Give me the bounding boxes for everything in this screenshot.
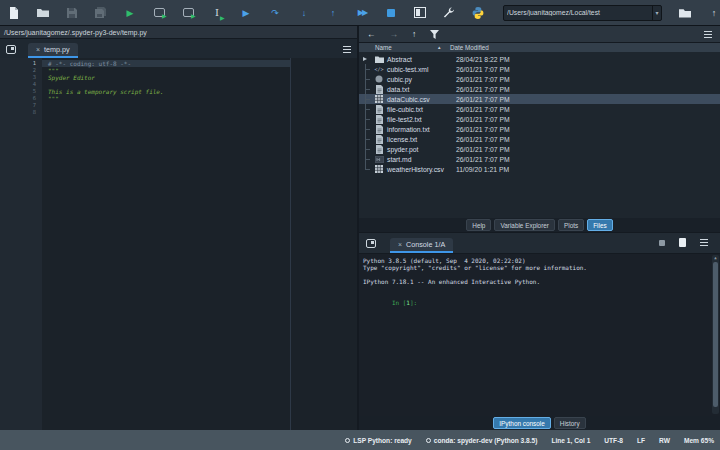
file-row[interactable]: information.txt26/01/21 7:07 PM	[359, 124, 720, 134]
memory-status: Mem 65%	[684, 437, 714, 444]
close-tab-icon[interactable]: ×	[36, 46, 40, 53]
file-row[interactable]: weatherHistory.csv11/09/20 1:21 PM	[359, 164, 720, 174]
editor-line[interactable]: 5This is a temporary script file.	[0, 88, 357, 95]
run-file-icon[interactable]: ▶	[124, 6, 136, 19]
file-row[interactable]: cubic.py26/01/21 7:07 PM	[359, 74, 720, 84]
back-icon[interactable]: ←	[367, 29, 376, 39]
editor-breadcrumb: /Users/juanitagomez/.spyder-py3-dev/temp…	[0, 26, 357, 39]
save-icon[interactable]	[66, 6, 78, 19]
editor-line[interactable]: 8	[0, 109, 357, 116]
console-banner: Python 3.8.5 (default, Sep 4 2020, 02:22…	[363, 257, 720, 292]
tab-plots[interactable]: Plots	[558, 219, 584, 231]
conda-env-status[interactable]: conda: spyder-dev (Python 3.8.5)	[426, 437, 538, 444]
open-file-icon[interactable]	[37, 6, 49, 19]
files-list: Abstract28/04/21 8:22 PM</>cubic-test.xm…	[359, 52, 720, 218]
line-number: 1	[0, 60, 36, 67]
expand-chevron-icon[interactable]	[362, 54, 374, 64]
file-date-modified: 26/01/21 7:07 PM	[456, 96, 510, 103]
console-scrollbar[interactable]: ▲	[712, 255, 719, 414]
maximize-pane-icon[interactable]	[414, 6, 426, 19]
browse-tabs-icon[interactable]	[6, 45, 16, 54]
line-number: 3	[0, 74, 36, 81]
tree-connector	[362, 74, 374, 84]
preferences-wrench-icon[interactable]	[443, 6, 455, 19]
step-out-icon[interactable]: ↑	[327, 6, 339, 19]
editor-line[interactable]: 3Spyder Editor	[0, 74, 357, 81]
scroll-up-icon[interactable]: ▲	[712, 255, 719, 260]
console-header: × Console 1/A	[359, 233, 720, 254]
save-all-icon[interactable]	[95, 6, 107, 19]
console-banner-line	[363, 271, 720, 278]
tab-history[interactable]: History	[554, 417, 586, 429]
tab-help[interactable]: Help	[466, 219, 491, 231]
tree-connector	[362, 94, 374, 104]
filter-icon[interactable]	[430, 30, 439, 39]
prompt-close: ]:	[410, 299, 417, 306]
parent-directory-icon[interactable]: ↑	[708, 6, 720, 19]
tab-ipython-console[interactable]: IPython console	[493, 417, 550, 429]
python-logo-icon[interactable]	[472, 6, 484, 19]
editor-body[interactable]: 1# -*- coding: utf-8 -*-2"""3Spyder Edit…	[0, 58, 357, 430]
file-name: cubic.py	[387, 76, 456, 83]
editor-line[interactable]: 6"""	[0, 95, 357, 102]
rerun-cell-icon[interactable]: ↷	[269, 6, 281, 19]
tree-connector	[362, 104, 374, 114]
run-cell-icon[interactable]: ▶	[153, 6, 165, 19]
run-cell-advance-icon[interactable]: ▶	[182, 6, 194, 19]
file-row[interactable]: dataCubic.csv26/01/21 7:07 PM	[359, 94, 720, 104]
files-toolbar: ← → ↑	[359, 26, 720, 43]
up-directory-icon[interactable]: ↑	[412, 29, 416, 39]
tree-connector	[362, 84, 374, 94]
tree-connector	[362, 164, 374, 174]
files-header-row: Name ▲ Date Modified	[359, 43, 720, 52]
tab-files[interactable]: Files	[587, 219, 613, 231]
run-selection-icon[interactable]: I▶	[211, 6, 223, 19]
file-name: start.md	[387, 156, 456, 163]
forward-icon[interactable]: →	[390, 29, 399, 39]
xml-file-icon: </>	[374, 65, 384, 74]
console-body[interactable]: Python 3.8.5 (default, Sep 4 2020, 02:22…	[359, 254, 720, 416]
files-options-menu-icon[interactable]	[704, 31, 712, 38]
editor-line[interactable]: 2"""	[0, 67, 357, 74]
console-tab[interactable]: × Console 1/A	[390, 238, 453, 253]
editor-line[interactable]: 4	[0, 81, 357, 88]
file-date-modified: 26/01/21 7:07 PM	[456, 146, 510, 153]
text-file-icon	[374, 135, 384, 144]
console-options-menu-icon[interactable]	[700, 239, 708, 246]
file-name: file-test2.txt	[387, 116, 456, 123]
file-row[interactable]: file-test2.txt26/01/21 7:07 PM	[359, 114, 720, 124]
editor-line[interactable]: 7	[0, 102, 357, 109]
step-into-icon[interactable]: ↓	[298, 6, 310, 19]
file-row[interactable]: data.txt26/01/21 7:07 PM	[359, 84, 720, 94]
column-header-name[interactable]: Name	[359, 44, 437, 51]
file-date-modified: 26/01/21 7:07 PM	[456, 126, 510, 133]
debug-file-icon[interactable]: ▶	[240, 6, 252, 19]
file-row[interactable]: file-cubic.txt26/01/21 7:07 PM	[359, 104, 720, 114]
editor-tab-temp-py[interactable]: × temp.py	[28, 43, 78, 58]
working-directory-input[interactable]	[504, 9, 652, 16]
lsp-status: LSP Python: ready	[345, 437, 412, 444]
scrollbar-thumb[interactable]	[713, 262, 718, 407]
stop-debug-icon[interactable]	[385, 6, 397, 19]
interrupt-kernel-icon[interactable]	[659, 240, 665, 246]
tab-variable-explorer[interactable]: Variable Explorer	[494, 219, 555, 231]
editor-line[interactable]: 1# -*- coding: utf-8 -*-	[0, 60, 357, 67]
browse-working-directory-icon[interactable]	[679, 6, 691, 19]
file-date-modified: 26/01/21 7:07 PM	[456, 116, 510, 123]
table-file-icon	[374, 165, 384, 174]
file-row[interactable]: start.md26/01/21 7:07 PM	[359, 154, 720, 164]
console-browse-tabs-icon[interactable]	[366, 239, 376, 248]
close-console-icon[interactable]: ×	[398, 241, 402, 248]
column-header-date-modified[interactable]: Date Modified	[449, 44, 489, 51]
continue-icon[interactable]: ▶▶	[356, 6, 368, 19]
editor-options-menu-icon[interactable]	[343, 46, 351, 53]
new-file-icon[interactable]	[8, 6, 20, 19]
file-row[interactable]: Abstract28/04/21 8:22 PM	[359, 54, 720, 64]
files-pane: ← → ↑ Name ▲ Date Modified Abstract28/04…	[359, 26, 720, 232]
file-row[interactable]: </>cubic-test.xml26/01/21 7:07 PM	[359, 64, 720, 74]
cwd-dropdown-caret-icon[interactable]: ▾	[652, 6, 661, 20]
file-row[interactable]: license.txt26/01/21 7:07 PM	[359, 134, 720, 144]
file-row[interactable]: spyder.pot26/01/21 7:07 PM	[359, 144, 720, 154]
code-text	[36, 81, 48, 88]
new-console-icon[interactable]	[679, 238, 686, 247]
